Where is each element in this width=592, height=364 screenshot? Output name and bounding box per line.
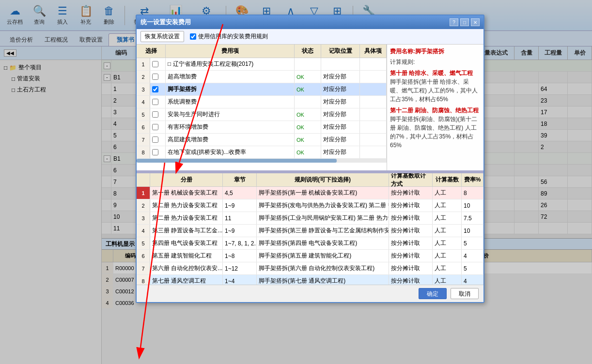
btm-vol-7: 第六册 自动化控制仪表安...: [150, 262, 223, 274]
modal-cell-7-detail: [360, 134, 387, 146]
modal-cell-8-name: 在地下室或(拱桥安装)...收费率: [166, 146, 295, 158]
btm-rate-8: 4: [462, 275, 483, 285]
modal-top-row-1[interactable]: 1 □ 辽宁省通用安装工程定额(2017): [137, 58, 387, 71]
modal-cell-4-pos: 对应分部: [321, 96, 360, 108]
cancel-button[interactable]: 取消: [451, 288, 479, 299]
btm-method-4: 按分摊计取: [389, 225, 433, 237]
modal-cell-2-pos: 对应分部: [321, 71, 360, 83]
btm-modal-col-num: [137, 173, 150, 186]
modal-dialog: 统一设置安装费用 ? □ ✕ 恢复系统设置 使用信用库的安装费用规则 选择 费用…: [136, 15, 484, 303]
modal-cell-8-status: OK: [295, 146, 321, 158]
modal-cell-2-select[interactable]: [150, 71, 166, 83]
modal-checkbox-5[interactable]: [152, 111, 158, 118]
modal-cell-6-name: 有害环境增加费: [166, 121, 295, 133]
btm-modal-col-desc: 规则说明(可下拉选择): [257, 173, 389, 186]
modal-cell-8-detail: [360, 146, 387, 158]
modal-top-row-7[interactable]: 7 高层建筑增加费 OK 对应分部: [137, 134, 387, 146]
modal-top-row-6[interactable]: 6 有害环境增加费 OK 对应分部: [137, 121, 387, 134]
modal-checkbox-2[interactable]: [152, 74, 158, 80]
use-library-checkbox-label[interactable]: 使用信用库的安装费用规则: [190, 32, 268, 41]
book1-desc: 脚手架搭拆(第十册 给排水、采暖、燃气工程) 人工的5%，其中人工占35%，材料…: [390, 77, 481, 104]
btm-base-4: 人工: [433, 225, 462, 237]
modal-bottom-header: 分册 章节 规则说明(可下拉选择) 计算基数取计方式 计算基数 费率%: [137, 173, 483, 187]
btm-method-5: 按分摊计取: [389, 237, 433, 249]
modal-top-row-4[interactable]: 4 系统调整费 对应分部: [137, 96, 387, 108]
modal-cell-5-name: 安装与生产同时进行: [166, 108, 295, 121]
modal-btm-row-2[interactable]: 2 第二册 热力设备安装工程 1~9 脚手架搭拆(发电与供热热力设备安装工程) …: [137, 199, 483, 212]
fee-title: 费用名称:脚手架搭拆: [390, 47, 481, 56]
modal-checkbox-6[interactable]: [152, 124, 158, 130]
restore-btn[interactable]: 恢复系统设置: [140, 31, 184, 42]
modal-cell-3-detail: [360, 83, 387, 95]
modal-btm-row-4[interactable]: 4 第三册 静置设备与工艺金... 1~9 脚手架搭拆(第三册 静置设备与工艺金…: [137, 225, 483, 237]
modal-titlebar: 统一设置安装费用 ? □ ✕: [137, 15, 483, 29]
modal-btm-row-5[interactable]: 5 第四册 电气设备安装工程 1~7, 8, 1, 2... 脚手架搭拆(第四册…: [137, 237, 483, 250]
use-library-label: 使用信用库的安装费用规则: [198, 32, 268, 41]
modal-col-detail: 具体项: [360, 45, 387, 58]
btm-method-6: 按分摊计取: [389, 250, 433, 262]
modal-controls: ? □ ✕: [450, 18, 480, 26]
modal-cell-5-detail: [360, 108, 387, 121]
modal-cell-5-select[interactable]: [150, 108, 166, 121]
modal-minimize-btn[interactable]: □: [460, 18, 469, 26]
btm-rate-4: 10: [462, 225, 483, 237]
modal-cell-3-pos: 对应分部: [321, 83, 360, 95]
modal-cell-3-status: OK: [295, 83, 321, 95]
btm-desc-7: 脚手架搭拆(第六册 自动化控制仪表安装工程): [257, 262, 389, 274]
modal-cell-7-select[interactable]: [150, 134, 166, 146]
calc-label: 计算规则:: [390, 58, 481, 66]
btm-chap-3: 11: [223, 212, 257, 224]
modal-cell-1-pos: [321, 58, 360, 70]
modal-checkbox-7[interactable]: [152, 136, 158, 143]
modal-num-4: 4: [137, 96, 150, 108]
btm-modal-col-method: 计算基数取计方式: [389, 173, 433, 186]
use-library-checkbox[interactable]: [190, 33, 196, 40]
btm-modal-col-base: 计算基数: [433, 173, 462, 186]
btm-base-3: 人工: [433, 212, 462, 224]
modal-top-row-5[interactable]: 5 安装与生产同时进行 OK 对应分部: [137, 108, 387, 121]
btm-chap-6: 1~8: [223, 250, 257, 262]
btm-rate-5: 5: [462, 237, 483, 249]
modal-footer: 确定 取消: [137, 285, 483, 302]
modal-close-btn[interactable]: ✕: [471, 18, 480, 26]
btm-desc-2: 脚手架搭拆(发电与供热热力设备安装工程) 第二册 热力设备安装...: [257, 199, 389, 212]
modal-top-row-8[interactable]: 8 在地下室或(拱桥安装)...收费率 OK 对应分部: [137, 146, 387, 159]
modal-cell-6-select[interactable]: [150, 121, 166, 133]
modal-top-row-2[interactable]: 2 超高增加费 OK 对应分部: [137, 71, 387, 83]
modal-num-3: 3: [137, 83, 150, 95]
modal-num-7: 7: [137, 134, 150, 146]
modal-btm-row-6[interactable]: 6 第五册 建筑智能化工程 1~8 脚手架搭拆(第五册 建筑智能化工程) 按分摊…: [137, 250, 483, 262]
modal-btm-row-7[interactable]: 7 第六册 自动化控制仪表安... 1~12 脚手架搭拆(第六册 自动化控制仪表…: [137, 262, 483, 275]
btm-chap-7: 1~12: [223, 262, 257, 274]
modal-overlay: 统一设置安装费用 ? □ ✕ 恢复系统设置 使用信用库的安装费用规则 选择 费用…: [0, 0, 592, 364]
modal-toolbar: 恢复系统设置 使用信用库的安装费用规则: [137, 29, 483, 45]
btm-vol-4: 第三册 静置设备与工艺金...: [150, 225, 223, 237]
confirm-button[interactable]: 确定: [419, 288, 447, 299]
btm-desc-6: 脚手架搭拆(第五册 建筑智能化工程): [257, 250, 389, 262]
btm-chap-8: 1~4: [223, 275, 257, 285]
modal-checkbox-1[interactable]: [152, 61, 158, 67]
modal-top-scroll[interactable]: [137, 159, 387, 163]
modal-checkbox-8[interactable]: [152, 149, 158, 155]
modal-btm-row-1[interactable]: 1 第一册 机械设备安装工程 4,5 脚手架搭拆(第一册 机械设备安装工程) 按…: [137, 187, 483, 199]
modal-top-scroll-thumb[interactable]: [137, 159, 337, 163]
btm-method-1: 按分摊计取: [389, 187, 433, 199]
btm-rate-1: 8: [462, 187, 483, 199]
modal-checkbox-4[interactable]: [152, 99, 158, 105]
modal-top-section: 选择 费用项 状态 记取位置 具体项 1 □ 辽宁省通用安装工程定额(2017): [137, 45, 483, 170]
modal-help-btn[interactable]: ?: [450, 18, 458, 26]
modal-checkbox-3[interactable]: [152, 86, 158, 92]
modal-col-status: 状态: [295, 45, 321, 58]
modal-cell-4-name: 系统调整费: [166, 96, 295, 108]
btm-vol-3: 第二册 热力设备安装工程: [150, 212, 223, 224]
modal-btm-row-8[interactable]: 8 第七册 通风空调工程 1~4 脚手架搭拆(第七册 通风空调工程) 按分摊计取…: [137, 275, 483, 285]
btm-base-2: 人工: [433, 199, 462, 212]
modal-cell-4-select[interactable]: [150, 96, 166, 108]
modal-cell-5-status: OK: [295, 108, 321, 121]
modal-cell-1-name: □ 辽宁省通用安装工程定额(2017): [166, 58, 295, 70]
modal-cell-3-select[interactable]: [150, 83, 166, 95]
modal-btm-row-3[interactable]: 3 第二册 热力设备安装工程 11 脚手架搭拆(工业与民用锅炉安装工程) 第二册…: [137, 212, 483, 225]
modal-top-row-3[interactable]: 3 脚手架搭拆 OK 对应分部: [137, 83, 387, 96]
modal-cell-1-select[interactable]: [150, 58, 166, 70]
modal-cell-8-select[interactable]: [150, 146, 166, 158]
